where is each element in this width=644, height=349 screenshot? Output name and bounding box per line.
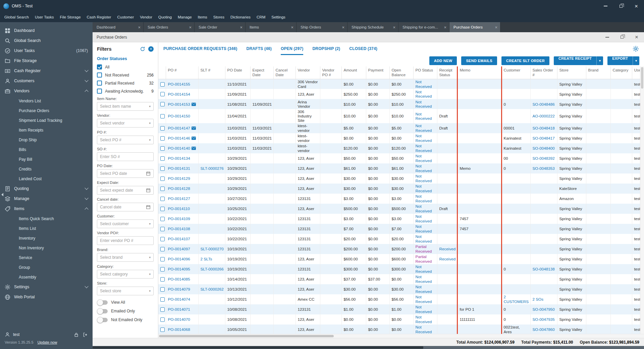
po-link[interactable]: PO-0014146	[168, 136, 190, 140]
toggle-view-all[interactable]: View All	[97, 298, 154, 307]
row-checkbox[interactable]	[160, 92, 165, 96]
order-status-option-not-received[interactable]: Not Received256	[97, 72, 154, 78]
column-header-open-balance[interactable]: Open Balance	[389, 66, 413, 79]
sidebar-item-quoting[interactable]: Quoting	[0, 184, 93, 194]
menu-item-crm[interactable]: CRM	[254, 13, 268, 21]
sidebar-subitem-pay-bill[interactable]: Pay Bill	[0, 154, 93, 164]
slt-link[interactable]: SLT-0000276	[201, 166, 224, 170]
tab-close-icon[interactable]: ×	[342, 25, 344, 30]
column-header-category[interactable]: Category	[610, 66, 632, 79]
so-input[interactable]	[97, 152, 154, 161]
sidebar-subitem-bills[interactable]: Bills	[0, 145, 93, 154]
sales-order-link[interactable]: 2 SOs	[533, 297, 543, 301]
po-link[interactable]: PO-0014070	[168, 317, 190, 321]
row-checkbox[interactable]	[160, 297, 165, 302]
row-checkbox[interactable]	[160, 328, 165, 332]
tab-close-icon[interactable]: ×	[138, 25, 141, 30]
tab-close-icon[interactable]: ×	[291, 25, 293, 30]
tab-close-icon[interactable]: ×	[240, 25, 243, 30]
row-checkbox[interactable]	[160, 146, 165, 151]
checkbox-unchecked-icon[interactable]	[97, 81, 102, 86]
sidebar-item-settings[interactable]: Settings	[0, 282, 93, 292]
row-checkbox[interactable]	[160, 207, 165, 211]
column-header-po-status[interactable]: PO Status	[413, 66, 437, 79]
view-tab-purchase-order-requests-346[interactable]: PURCHASE ORDER REQUESTS (346)	[163, 42, 237, 55]
doc-tab-shipping-for-e-com[interactable]: Shipping for e-com...×	[398, 22, 449, 32]
slt-link[interactable]: SLT-0000266	[201, 267, 224, 271]
po-link[interactable]: PO-0014129	[168, 176, 190, 181]
column-header-vendor[interactable]: Vendor	[296, 66, 320, 79]
column-header-payment[interactable]: Payment	[366, 66, 389, 79]
column-header-po[interactable]: PO #	[166, 66, 198, 79]
row-checkbox[interactable]	[160, 126, 165, 131]
menu-item-stores[interactable]: Stores	[210, 13, 227, 21]
sidebar-subitem-items-list[interactable]: Items List	[0, 223, 93, 233]
doc-tab-purchase-orders[interactable]: Purchase Orders×	[449, 22, 500, 32]
view-tab-drafts-46[interactable]: DRAFTS (46)	[247, 42, 272, 55]
doc-tab-items[interactable]: Items×	[246, 22, 297, 32]
menu-item-file-storage[interactable]: File Storage	[57, 13, 84, 21]
row-checkbox[interactable]	[160, 287, 165, 292]
view-tab-dropship-2[interactable]: DROPSHIP (2)	[312, 42, 340, 55]
restore-button[interactable]	[613, 0, 629, 12]
category-select[interactable]: Select category▾	[97, 270, 154, 279]
text-input[interactable]	[100, 154, 151, 159]
column-header-user[interactable]: User	[632, 66, 640, 79]
sidebar-item-file-storage[interactable]: File Storage	[0, 56, 93, 66]
row-checkbox[interactable]	[160, 257, 165, 261]
po-date-date-input[interactable]: Select PO date	[97, 169, 154, 178]
expect-date-date-input[interactable]: Select expect date	[97, 186, 154, 195]
po-link[interactable]: PO-0014155	[168, 82, 190, 86]
sales-order-link[interactable]: SO-0048392	[533, 156, 555, 160]
po-link[interactable]: PO-0014153	[168, 102, 190, 106]
po-link[interactable]: PO-0014085	[168, 277, 190, 281]
menu-item-dictionaries[interactable]: Dictionaries	[227, 13, 254, 21]
sidebar-item-global-search[interactable]: Global Search	[0, 36, 93, 46]
toggle-switch[interactable]	[98, 309, 108, 313]
create-receipt-dropdown-button[interactable]: ▾	[596, 56, 603, 65]
menu-item-customer[interactable]: Customer	[114, 13, 137, 21]
column-header-expect-date[interactable]: Expect Date	[250, 66, 273, 79]
grid-settings-gear-icon[interactable]	[633, 46, 639, 52]
sidebar-subitem-purchase-orders[interactable]: Purchase Orders	[0, 106, 93, 115]
add-new-button[interactable]: ADD NEW	[429, 56, 457, 65]
po-link[interactable]: PO-0014150	[168, 114, 190, 118]
row-checkbox[interactable]	[160, 187, 165, 191]
sales-order-link[interactable]: SO-0048353	[533, 166, 555, 170]
lock-icon[interactable]	[74, 332, 79, 337]
column-header-receipt-status[interactable]: Receipt Status	[437, 66, 458, 79]
column-header-store[interactable]: Store	[557, 66, 586, 79]
menu-item-user-tasks[interactable]: User Tasks	[32, 13, 57, 21]
column-header-slt[interactable]: SLT #	[198, 66, 225, 79]
column-header-vendor-po[interactable]: Vendor PO #	[320, 66, 341, 79]
menu-item-quoting[interactable]: Quoting	[155, 13, 175, 21]
sidebar-item-vendors[interactable]: Vendors	[0, 86, 93, 96]
sidebar-item-user-tasks[interactable]: User Tasks(1067)	[0, 46, 93, 56]
row-checkbox[interactable]	[160, 277, 165, 282]
export-dropdown-button[interactable]: ▾	[633, 56, 639, 65]
po-link[interactable]: PO-0014147	[168, 126, 190, 130]
sidebar-subitem-item-receipts[interactable]: Item Receipts	[0, 125, 93, 135]
sidebar-item-customers[interactable]: Customers	[0, 76, 93, 86]
po-link[interactable]: PO-0014110	[168, 206, 190, 211]
sidebar-item-manage[interactable]: Manage	[0, 194, 93, 204]
sales-order-link[interactable]: SO-0048417	[533, 136, 555, 140]
toggle-emailed-only[interactable]: Emailed Only	[97, 307, 154, 315]
grid-horizontal-scrollbar-thumb[interactable]	[159, 335, 334, 337]
item-name-select[interactable]: Select item name▾	[97, 102, 154, 111]
row-checkbox[interactable]	[160, 237, 165, 241]
sidebar-item-items[interactable]: Items	[0, 204, 93, 214]
panel-close-button[interactable]	[629, 32, 644, 42]
refresh-filters-icon[interactable]	[140, 46, 145, 52]
grid-horizontal-scrollbar[interactable]	[158, 334, 644, 338]
slt-link[interactable]: 2 SLTs	[201, 257, 212, 261]
po-link[interactable]: PO-0014096	[168, 257, 190, 261]
column-header-customer[interactable]: Customer	[501, 66, 530, 79]
checkbox-unchecked-icon[interactable]	[97, 89, 102, 94]
column-header-amount[interactable]: Amount	[341, 66, 366, 79]
store-select[interactable]: Select store▾	[97, 287, 154, 295]
sales-order-link[interactable]: SO-0048138	[533, 267, 555, 271]
vertical-scrollbar-thumb[interactable]	[641, 67, 643, 89]
po-link[interactable]: PO-0014128	[168, 186, 190, 191]
sidebar-subitem-assembly[interactable]: Assembly	[0, 272, 93, 282]
